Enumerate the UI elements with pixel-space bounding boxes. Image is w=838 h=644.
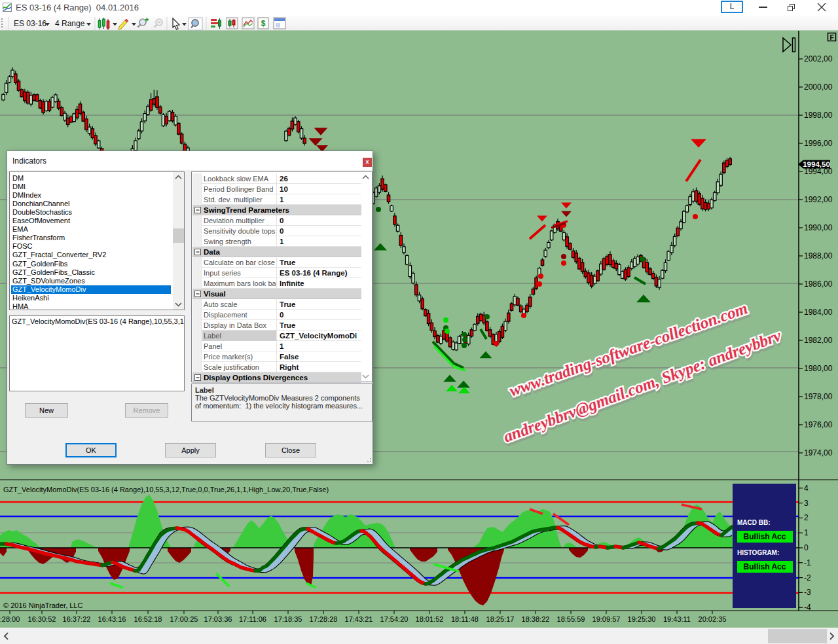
svg-text:18:38:22: 18:38:22 bbox=[522, 615, 550, 623]
svg-text:1982,00: 1982,00 bbox=[804, 336, 833, 345]
svg-text:1988,00: 1988,00 bbox=[804, 251, 833, 260]
svg-text:18:55:59: 18:55:59 bbox=[557, 615, 585, 623]
svg-text:17:11:06: 17:11:06 bbox=[239, 615, 266, 623]
svg-text:16:37:22: 16:37:22 bbox=[63, 615, 91, 623]
svg-text:2000,00: 2000,00 bbox=[804, 82, 833, 92]
svg-text:16:52:18: 16:52:18 bbox=[134, 615, 162, 623]
svg-text:4 Range: 4 Range bbox=[55, 19, 85, 28]
svg-text:1996,00: 1996,00 bbox=[804, 139, 833, 148]
svg-text:19:09:57: 19:09:57 bbox=[592, 615, 621, 623]
svg-text:19:25:30: 19:25:30 bbox=[628, 615, 656, 623]
svg-text:1986,00: 1986,00 bbox=[804, 279, 833, 289]
svg-text:GZT_VelocityMomoDiv(ES 03-16 (: GZT_VelocityMomoDiv(ES 03-16 (4 Range),1… bbox=[3, 486, 329, 493]
svg-text:1990,00: 1990,00 bbox=[804, 223, 833, 232]
svg-text:© 2016 NinjaTrader, LLC: © 2016 NinjaTrader, LLC bbox=[3, 601, 82, 609]
svg-text:1998,00: 1998,00 bbox=[804, 111, 833, 120]
svg-text:1984,00: 1984,00 bbox=[804, 308, 833, 317]
svg-text:18:01:52: 18:01:52 bbox=[416, 615, 444, 623]
svg-text:16:30:52: 16:30:52 bbox=[28, 615, 56, 623]
svg-text:ES 03-16: ES 03-16 bbox=[14, 19, 46, 28]
svg-text:Bullish Acc: Bullish Acc bbox=[744, 532, 786, 541]
svg-text:18:11:48: 18:11:48 bbox=[451, 615, 479, 623]
svg-text:18:25:17: 18:25:17 bbox=[486, 615, 515, 623]
svg-text:17:43:21: 17:43:21 bbox=[345, 615, 373, 623]
svg-text:HISTOGRAM:: HISTOGRAM: bbox=[737, 549, 779, 556]
svg-text:1994,50: 1994,50 bbox=[803, 160, 830, 168]
svg-text:-2: -2 bbox=[804, 573, 811, 582]
svg-text:1976,00: 1976,00 bbox=[804, 420, 833, 429]
svg-text:2: 2 bbox=[804, 513, 809, 522]
svg-text:0: 0 bbox=[804, 543, 809, 552]
svg-text::28:00: :28:00 bbox=[0, 615, 20, 623]
svg-text:17:03:36: 17:03:36 bbox=[204, 615, 232, 623]
svg-text:-1: -1 bbox=[804, 558, 811, 567]
svg-text:Bullish Acc: Bullish Acc bbox=[744, 562, 786, 571]
svg-text:F: F bbox=[829, 34, 833, 41]
svg-text:1: 1 bbox=[804, 528, 809, 537]
svg-text:20:02:35: 20:02:35 bbox=[699, 615, 727, 623]
svg-text:-4: -4 bbox=[804, 603, 811, 612]
svg-text:1992,00: 1992,00 bbox=[804, 195, 833, 204]
svg-text:17:54:20: 17:54:20 bbox=[380, 615, 409, 623]
svg-text:2002,00: 2002,00 bbox=[804, 54, 833, 63]
svg-text:MACD BB:: MACD BB: bbox=[737, 519, 771, 526]
svg-text:16:43:16: 16:43:16 bbox=[98, 615, 126, 623]
svg-text:1980,00: 1980,00 bbox=[804, 364, 833, 373]
svg-text:-3: -3 bbox=[804, 588, 811, 597]
svg-text:19:43:11: 19:43:11 bbox=[663, 615, 691, 623]
svg-text:$: $ bbox=[261, 19, 266, 28]
svg-text:1978,00: 1978,00 bbox=[804, 392, 833, 401]
svg-text:17:00:25: 17:00:25 bbox=[170, 615, 198, 623]
svg-text:17:28:28: 17:28:28 bbox=[310, 615, 338, 623]
svg-text:1974,00: 1974,00 bbox=[804, 448, 833, 457]
svg-text:17:18:35: 17:18:35 bbox=[274, 615, 302, 623]
svg-text:4: 4 bbox=[804, 484, 809, 493]
svg-text:3: 3 bbox=[804, 499, 809, 508]
